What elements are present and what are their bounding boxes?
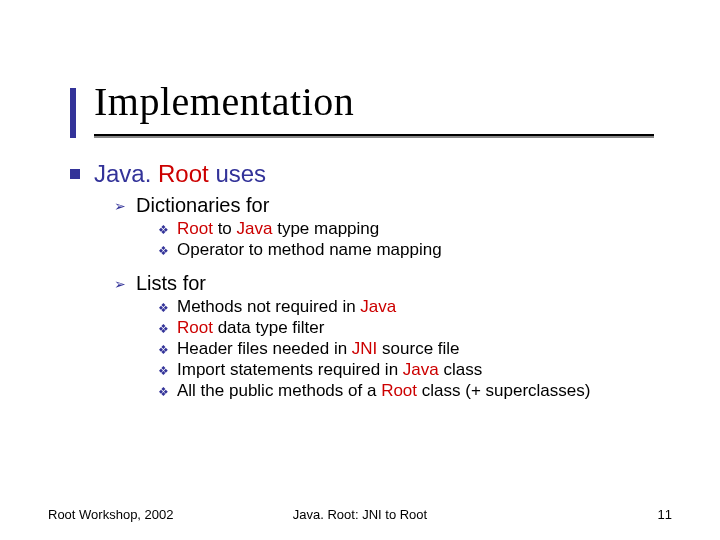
diamond-bullet-icon: ❖	[158, 343, 169, 357]
title-underline	[94, 134, 654, 136]
text-fragment: Methods not required in	[177, 297, 360, 316]
text-highlight: Root	[177, 219, 213, 238]
bullet-level3: ❖ Header files needed in JNI source file	[158, 339, 690, 359]
text-fragment: Header files needed in	[177, 339, 352, 358]
text-fragment: All the public methods of a	[177, 381, 381, 400]
footer-left: Root Workshop, 2002	[48, 507, 174, 522]
slide-title: Implementation	[94, 78, 354, 125]
footer-page-number: 11	[658, 507, 672, 522]
bullet-level2: ➢ Lists for	[114, 272, 690, 295]
text-fragment: Java.	[94, 160, 158, 187]
bullet-level1: Java. Root uses	[70, 160, 690, 188]
text-fragment: class	[439, 360, 482, 379]
text-fragment: Import statements required in	[177, 360, 403, 379]
lvl2-text: Lists for	[136, 272, 206, 295]
diamond-bullet-icon: ❖	[158, 385, 169, 399]
bullet-level3: ❖ All the public methods of a Root class…	[158, 381, 690, 401]
diamond-bullet-icon: ❖	[158, 364, 169, 378]
lvl2-text: Dictionaries for	[136, 194, 269, 217]
lvl3-text: Header files needed in JNI source file	[177, 339, 460, 359]
diamond-bullet-icon: ❖	[158, 244, 169, 258]
diamond-bullet-icon: ❖	[158, 301, 169, 315]
text-highlight: Java	[237, 219, 273, 238]
slide: Implementation Java. Root uses ➢ Diction…	[0, 0, 720, 540]
bullet-level3: ❖ Root data type filter	[158, 318, 690, 338]
lvl3-text: Root data type filter	[177, 318, 324, 338]
text-fragment: uses	[209, 160, 266, 187]
text-fragment: type mapping	[272, 219, 379, 238]
lvl3-text: Operator to method name mapping	[177, 240, 442, 260]
text-highlight: Java	[403, 360, 439, 379]
text-fragment: source file	[377, 339, 459, 358]
lvl3-text: Methods not required in Java	[177, 297, 396, 317]
text-fragment: to	[213, 219, 237, 238]
lvl3-text: All the public methods of a Root class (…	[177, 381, 590, 401]
lvl3-text: Root to Java type mapping	[177, 219, 379, 239]
slide-body: Java. Root uses ➢ Dictionaries for ❖ Roo…	[70, 160, 690, 402]
diamond-bullet-icon: ❖	[158, 322, 169, 336]
text-fragment: data type filter	[213, 318, 325, 337]
accent-bar	[70, 88, 76, 138]
bullet-level3: ❖ Import statements required in Java cla…	[158, 360, 690, 380]
bullet-level3: ❖ Operator to method name mapping	[158, 240, 690, 260]
footer: Root Workshop, 2002 Java. Root: JNI to R…	[48, 507, 672, 522]
text-highlight: JNI	[352, 339, 378, 358]
bullet-level3: ❖ Methods not required in Java	[158, 297, 690, 317]
bullet-level2: ➢ Dictionaries for	[114, 194, 690, 217]
lvl1-text: Java. Root uses	[94, 160, 266, 188]
text-highlight: Java	[360, 297, 396, 316]
text-fragment: class (+ superclasses)	[417, 381, 590, 400]
text-highlight: Root	[381, 381, 417, 400]
diamond-bullet-icon: ❖	[158, 223, 169, 237]
arrow-bullet-icon: ➢	[114, 198, 126, 214]
title-block: Implementation	[70, 78, 354, 125]
text-highlight: Root	[158, 160, 209, 187]
square-bullet-icon	[70, 169, 80, 179]
bullet-level3: ❖ Root to Java type mapping	[158, 219, 690, 239]
lvl3-text: Import statements required in Java class	[177, 360, 482, 380]
arrow-bullet-icon: ➢	[114, 276, 126, 292]
text-highlight: Root	[177, 318, 213, 337]
